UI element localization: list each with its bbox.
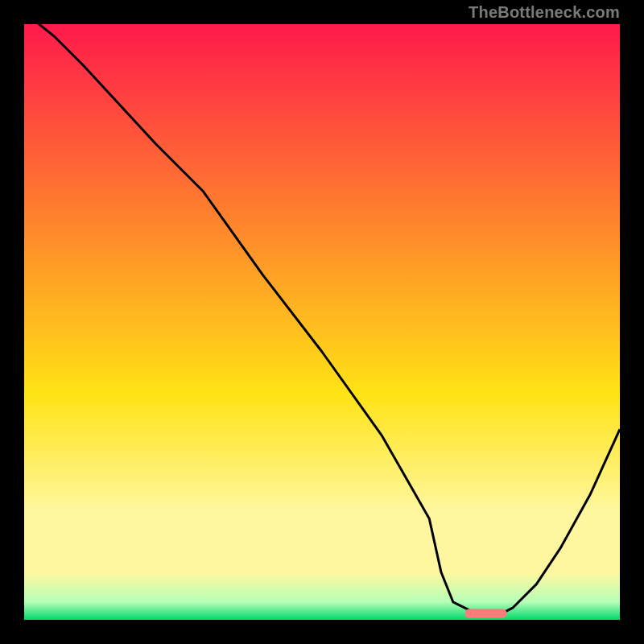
optimal-range-marker (465, 609, 507, 618)
chart-container: TheBottleneck.com (0, 0, 644, 644)
bottleneck-chart (24, 24, 620, 620)
watermark-text: TheBottleneck.com (469, 3, 620, 22)
plot-background (24, 24, 620, 620)
